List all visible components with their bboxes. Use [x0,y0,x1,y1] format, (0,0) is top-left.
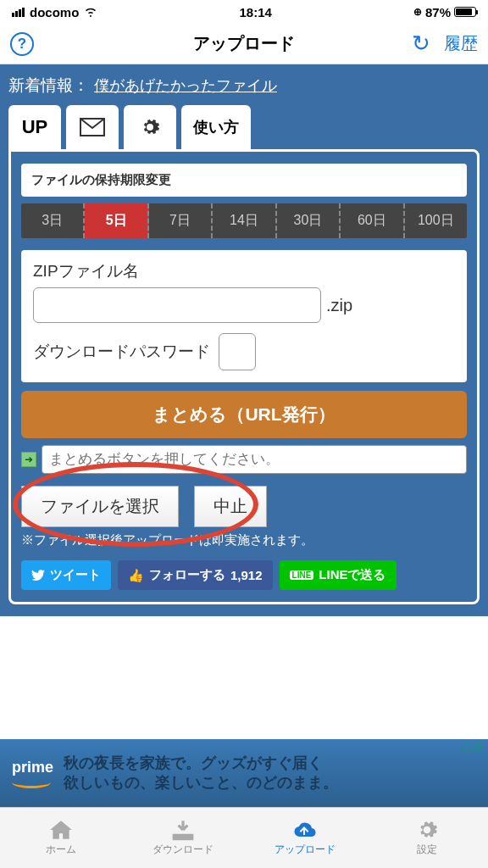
day-option[interactable]: 60日 [341,203,404,238]
ad-banner[interactable]: prime 秋の夜長を家族で。グッズがすぐ届く 欲しいもの、楽しいこと、のどのま… [0,739,488,807]
choose-file-button[interactable]: ファイルを選択 [21,486,179,527]
retention-days: 3日 5日 7日 14日 30日 60日 100日 [21,203,467,238]
url-output[interactable] [42,445,467,474]
tab-upload[interactable]: アップロード [244,808,366,868]
upload-content: 新着情報： 僕があげたかったファイル UP 使い方 ファイルの保持期限変更 3日… [0,64,488,616]
tab-mail[interactable] [66,105,119,149]
tab-download[interactable]: ダウンロード [122,808,244,868]
clock: 18:14 [239,5,271,19]
thumbs-up-icon: 👍 [128,568,144,583]
wifi-icon [84,7,97,17]
history-button[interactable]: 履歴 [444,32,478,55]
prime-logo: prime [12,759,53,788]
gear-icon [414,819,440,841]
tab-home[interactable]: ホーム [0,808,122,868]
tweet-button[interactable]: ツイート [21,560,111,590]
retention-label[interactable]: ファイルの保持期限変更 [21,164,467,197]
mail-icon [80,117,105,137]
signal-icon [12,8,25,17]
zip-name-input[interactable] [33,287,321,323]
zip-extension: .zip [326,296,352,315]
zip-label: ZIPファイル名 [33,260,455,282]
twitter-icon [31,570,45,581]
line-button[interactable]: LINE LINEで送る [280,560,396,590]
panel-tabs: UP 使い方 [8,105,480,149]
day-option[interactable]: 5日 [85,203,148,238]
password-label: ダウンロードパスワード [33,341,210,363]
battery-icon [454,7,476,17]
tab-up[interactable]: UP [8,105,61,149]
page-title: アップロード [193,32,295,55]
tab-settings[interactable] [124,105,176,149]
ad-text: 秋の夜長を家族で。グッズがすぐ届く 欲しいもの、楽しいこと、のどのまま。 [64,754,338,793]
ad-close-icon[interactable]: ⓘⓧ [463,743,483,755]
file-buttons: ファイルを選択 中止 [21,486,467,527]
follow-button[interactable]: 👍 フォローする 1,912 [118,560,273,590]
line-icon: LINE [290,570,314,580]
lock-icon: ⊕ [413,6,422,18]
reload-button[interactable]: ↻ [412,31,430,57]
bottom-tab-bar: ホーム ダウンロード アップロード 設定 [0,807,488,868]
upload-cloud-icon [292,819,318,841]
upload-note: ※ファイル選択後アップロードは即実施されます。 [21,532,467,548]
nav-bar: ? アップロード ↻ 履歴 [0,24,488,64]
status-bar: docomo 18:14 ⊕ 87% [0,0,488,24]
news-banner: 新着情報： 僕があげたかったファイル [8,75,480,97]
combine-button[interactable]: まとめる（URL発行） [21,391,467,438]
news-label: 新着情報： [8,75,89,97]
day-option[interactable]: 7日 [149,203,213,238]
upload-panel: ファイルの保持期限変更 3日 5日 7日 14日 30日 60日 100日 ZI… [8,149,480,604]
tab-howto[interactable]: 使い方 [181,105,251,149]
day-option[interactable]: 3日 [21,203,85,238]
download-icon [170,819,196,841]
battery-percent: 87% [425,5,451,19]
form-box: ZIPファイル名 .zip ダウンロードパスワード [21,250,467,382]
day-option[interactable]: 14日 [213,203,276,238]
day-option[interactable]: 100日 [405,203,467,238]
carrier-label: docomo [30,5,79,19]
tab-settings-bottom[interactable]: 設定 [366,808,488,868]
home-icon [48,819,74,841]
gear-icon [137,117,163,137]
day-option[interactable]: 30日 [277,203,341,238]
news-link[interactable]: 僕があげたかったファイル [94,75,277,96]
social-row: ツイート 👍 フォローする 1,912 LINE LINEで送る [21,560,467,590]
help-button[interactable]: ? [10,32,34,56]
arrow-right-icon: ➜ [21,452,36,467]
cancel-button[interactable]: 中止 [194,486,267,527]
password-input[interactable] [219,333,256,370]
